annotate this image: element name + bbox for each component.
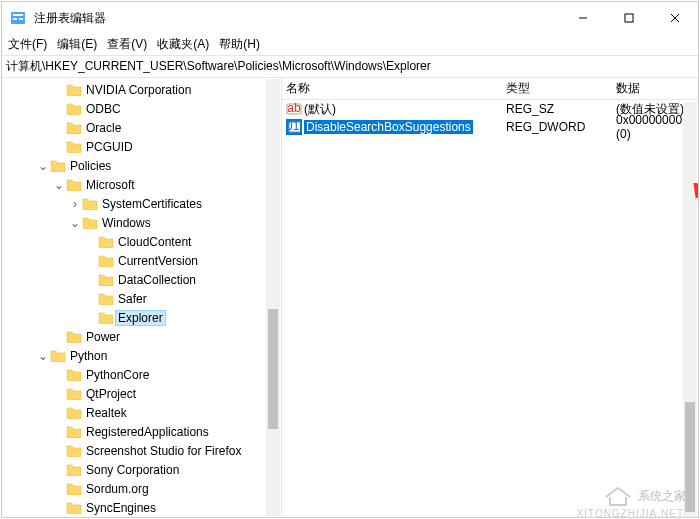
tree-node-policies[interactable]: ⌄Policies [4, 156, 263, 175]
minimize-button[interactable] [560, 2, 606, 34]
address-bar[interactable]: 计算机\HKEY_CURRENT_USER\Software\Policies\… [2, 56, 698, 78]
tree-node-odbc[interactable]: ODBC [4, 99, 263, 118]
folder-icon [66, 102, 82, 115]
column-type[interactable]: 类型 [502, 80, 612, 97]
chevron-down-icon[interactable]: ⌄ [36, 159, 50, 173]
folder-icon [66, 482, 82, 495]
folder-icon [66, 140, 82, 153]
chevron-down-icon[interactable]: ⌄ [36, 349, 50, 363]
tree-node-label: PythonCore [86, 368, 149, 382]
tree-node-pcguid[interactable]: PCGUID [4, 137, 263, 156]
tree-node-syncengines[interactable]: SyncEngines [4, 498, 263, 517]
value-row[interactable]: 011DisableSearchBoxSuggestionsREG_DWORD0… [282, 118, 698, 136]
menu-file[interactable]: 文件(F) [8, 36, 47, 53]
watermark-sub: XITONGZHIJIA.NET [577, 508, 685, 517]
folder-icon [66, 425, 82, 438]
svg-rect-3 [19, 18, 23, 20]
tree-node-screenshot-studio-for-firefox[interactable]: Screenshot Studio for Firefox [4, 441, 263, 460]
tree-pane[interactable]: NVIDIA CorporationODBCOraclePCGUID⌄Polic… [2, 78, 282, 517]
address-text: 计算机\HKEY_CURRENT_USER\Software\Policies\… [6, 58, 431, 75]
tree-node-qtproject[interactable]: QtProject [4, 384, 263, 403]
regedit-app-icon [10, 10, 26, 26]
tree-node-label: QtProject [86, 387, 136, 401]
folder-icon [50, 159, 66, 172]
svg-rect-1 [13, 14, 23, 16]
tree-node-explorer[interactable]: Explorer [4, 308, 263, 327]
tree-node-label: Explorer [115, 310, 166, 326]
folder-icon [66, 368, 82, 381]
tree-node-safer[interactable]: Safer [4, 289, 263, 308]
chevron-down-icon[interactable]: ⌄ [68, 216, 82, 230]
regedit-window: 注册表编辑器 文件(F) 编辑(E) 查看(V) 收藏夹(A) 帮助(H) 计算… [1, 1, 699, 518]
folder-icon [66, 501, 82, 514]
chevron-down-icon[interactable]: ⌄ [52, 178, 66, 192]
list-scrollbar[interactable] [683, 102, 697, 517]
folder-icon [98, 273, 114, 286]
chevron-right-icon[interactable]: › [68, 197, 82, 211]
folder-icon [66, 463, 82, 476]
tree-node-label: Realtek [86, 406, 127, 420]
tree-node-nvidia-corporation[interactable]: NVIDIA Corporation [4, 80, 263, 99]
menu-view[interactable]: 查看(V) [107, 36, 147, 53]
menu-help[interactable]: 帮助(H) [219, 36, 260, 53]
tree-node-label: DataCollection [118, 273, 196, 287]
tree-node-label: Safer [118, 292, 147, 306]
menu-favorites[interactable]: 收藏夹(A) [157, 36, 209, 53]
tree-scroll-thumb[interactable] [268, 309, 278, 429]
folder-icon [66, 444, 82, 457]
tree-node-windows[interactable]: ⌄Windows [4, 213, 263, 232]
value-name: (默认) [304, 101, 336, 118]
tree-node-label: Policies [70, 159, 111, 173]
list-body[interactable]: ab(默认)REG_SZ(数值未设置)011DisableSearchBoxSu… [282, 100, 698, 517]
tree-node-datacollection[interactable]: DataCollection [4, 270, 263, 289]
tree-node-label: NVIDIA Corporation [86, 83, 191, 97]
menu-edit[interactable]: 编辑(E) [57, 36, 97, 53]
folder-icon [66, 83, 82, 96]
tree-node-label: SystemCertificates [102, 197, 202, 211]
folder-icon [82, 197, 98, 210]
column-data[interactable]: 数据 [612, 80, 698, 97]
close-button[interactable] [652, 2, 698, 34]
value-type: REG_SZ [502, 102, 612, 116]
tree-node-microsoft[interactable]: ⌄Microsoft [4, 175, 263, 194]
tree-node-pythoncore[interactable]: PythonCore [4, 365, 263, 384]
tree-node-oracle[interactable]: Oracle [4, 118, 263, 137]
list-pane: 名称 类型 数据 ab(默认)REG_SZ(数值未设置)011DisableSe… [282, 78, 698, 517]
tree-node-sordum-org[interactable]: Sordum.org [4, 479, 263, 498]
tree-node-label: Oracle [86, 121, 121, 135]
tree-node-label: Screenshot Studio for Firefox [86, 444, 241, 458]
tree-node-currentversion[interactable]: CurrentVersion [4, 251, 263, 270]
svg-text:ab: ab [287, 101, 301, 115]
tree-node-label: SyncEngines [86, 501, 156, 515]
folder-icon [66, 387, 82, 400]
tree-node-registeredapplications[interactable]: RegisteredApplications [4, 422, 263, 441]
window-title: 注册表编辑器 [34, 10, 106, 27]
tree-node-power[interactable]: Power [4, 327, 263, 346]
tree-node-cloudcontent[interactable]: CloudContent [4, 232, 263, 251]
folder-icon [98, 254, 114, 267]
tree-node-label: Sordum.org [86, 482, 149, 496]
maximize-button[interactable] [606, 2, 652, 34]
tree-node-label: Python [70, 349, 107, 363]
tree-node-systemcertificates[interactable]: ›SystemCertificates [4, 194, 263, 213]
tree-scrollbar[interactable] [266, 79, 280, 516]
folder-icon [66, 406, 82, 419]
svg-rect-5 [625, 14, 633, 22]
tree-node-label: Windows [102, 216, 151, 230]
tree-node-sony-corporation[interactable]: Sony Corporation [4, 460, 263, 479]
tree-node-realtek[interactable]: Realtek [4, 403, 263, 422]
tree-node-label: ODBC [86, 102, 121, 116]
value-type: REG_DWORD [502, 120, 612, 134]
column-name[interactable]: 名称 [282, 80, 502, 97]
binary-value-icon: 011 [286, 119, 302, 135]
list-scroll-thumb[interactable] [685, 402, 695, 512]
string-value-icon: ab [286, 101, 302, 117]
value-name: DisableSearchBoxSuggestions [304, 120, 473, 134]
tree-node-python[interactable]: ⌄Python [4, 346, 263, 365]
tree-node-label: RegisteredApplications [86, 425, 209, 439]
watermark-text: 系统之家 [638, 488, 686, 505]
tree-node-label: PCGUID [86, 140, 133, 154]
tree-node-label: Power [86, 330, 120, 344]
folder-icon [98, 311, 114, 324]
folder-icon [98, 235, 114, 248]
